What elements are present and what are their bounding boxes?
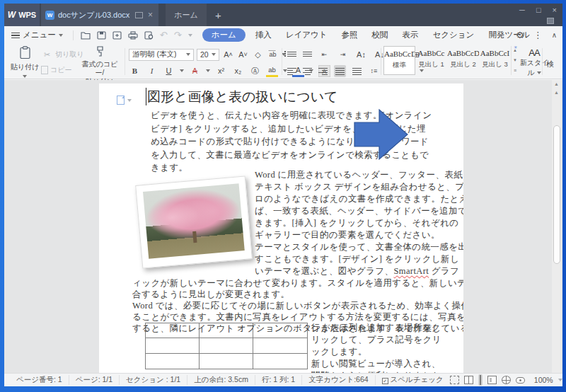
style-normal[interactable]: AaBbCcD 標準 bbox=[383, 46, 415, 75]
line-spacing-icon[interactable]: ↕≡ bbox=[368, 65, 380, 77]
status-page-number[interactable]: ページ番号: 1 bbox=[10, 375, 69, 385]
redo-icon[interactable]: ↷ bbox=[174, 30, 182, 40]
enclose-characters-icon[interactable]: Ⓐ bbox=[249, 65, 261, 77]
decrease-indent-icon[interactable]: ⇤ bbox=[318, 49, 330, 61]
underline-icon[interactable]: U bbox=[163, 65, 175, 77]
ribbon-tab-insert[interactable]: 挿入 bbox=[248, 28, 279, 42]
print-preview-icon[interactable] bbox=[144, 31, 154, 40]
zoom-dropdown-icon[interactable] bbox=[558, 379, 562, 381]
bold-icon[interactable]: B bbox=[129, 65, 141, 77]
two-page-view-icon[interactable] bbox=[464, 376, 473, 384]
save-icon[interactable] bbox=[97, 31, 106, 40]
ribbon-tab-home[interactable]: ホーム bbox=[202, 28, 246, 42]
ribbon-tab-references[interactable]: 参照 bbox=[335, 28, 365, 42]
print-layout-view-active[interactable] bbox=[478, 374, 483, 386]
outline-view-icon[interactable] bbox=[487, 376, 497, 384]
align-right-icon[interactable] bbox=[318, 67, 328, 75]
vertical-scrollbar[interactable]: ▲ ▲ bbox=[552, 80, 561, 373]
writer-doc-icon: W bbox=[45, 11, 54, 20]
subscript-icon[interactable]: x₂ bbox=[232, 65, 244, 77]
right-arrow-shape[interactable] bbox=[354, 109, 409, 160]
increase-indent-icon[interactable]: ⇥ bbox=[337, 49, 349, 61]
print-icon[interactable] bbox=[128, 31, 138, 40]
clear-format-eraser-icon[interactable]: ◇ bbox=[252, 49, 264, 61]
ribbon-tab-layout[interactable]: レイアウト bbox=[279, 28, 335, 42]
scroll-up-icon[interactable]: ▲ bbox=[552, 88, 561, 97]
ribbon-tab-review[interactable]: 校閲 bbox=[365, 28, 395, 42]
increase-font-icon[interactable]: A˄ bbox=[222, 49, 234, 61]
export-pdf-icon[interactable] bbox=[112, 31, 122, 40]
bullet-list-icon[interactable] bbox=[287, 51, 296, 58]
zoom-level[interactable]: 100% bbox=[534, 376, 553, 384]
style-heading2[interactable]: AaBbCcD 見出し 2 bbox=[447, 46, 479, 75]
wps-menu-button[interactable]: W WPS bbox=[4, 4, 40, 26]
status-char-count[interactable]: 文字カウント:664 bbox=[302, 375, 375, 385]
underline-dropdown-icon[interactable] bbox=[180, 69, 184, 72]
numbered-list-icon[interactable] bbox=[303, 51, 312, 58]
style-gallery-down-icon[interactable]: ▼ bbox=[513, 58, 517, 62]
copy-button[interactable]: コピー bbox=[50, 65, 71, 75]
decrease-font-icon[interactable]: A˅ bbox=[237, 49, 249, 61]
table-cell[interactable] bbox=[253, 354, 307, 369]
more-vertical-dots-icon[interactable]: ⋮ bbox=[533, 30, 543, 40]
font-size-combo[interactable]: 20 bbox=[197, 49, 219, 61]
scroll-top-icon[interactable]: ▲ bbox=[552, 80, 561, 88]
search-label-clipped[interactable]: 検 bbox=[546, 59, 554, 69]
ribbon: 貼り付け ✂ 切り取り コピー 書式のコピー/貼り付け 游明朝 (本文) 20 … bbox=[4, 44, 562, 79]
status-section[interactable]: セクション : 1/1 bbox=[120, 375, 187, 385]
table-cell[interactable] bbox=[253, 338, 307, 353]
font-name-combo[interactable]: 游明朝 (本文) bbox=[129, 49, 194, 61]
status-top-margin[interactable]: 上の余白: 3.5cm bbox=[187, 375, 255, 385]
cut-scissors-icon[interactable]: ✂ bbox=[41, 49, 53, 61]
settings-gear-icon[interactable]: ⚙ bbox=[516, 30, 524, 40]
copy-icon[interactable] bbox=[41, 66, 48, 74]
dock-layout-icon[interactable] bbox=[547, 18, 554, 24]
strikethrough-icon[interactable]: A bbox=[189, 65, 201, 77]
margin-icon-dropdown[interactable] bbox=[127, 99, 132, 102]
table-cell[interactable] bbox=[200, 354, 253, 369]
tab-close-icon[interactable]: × bbox=[146, 10, 154, 20]
paragraph-style-margin-icon[interactable] bbox=[117, 96, 125, 105]
table-cell[interactable] bbox=[146, 338, 200, 353]
justify-icon[interactable] bbox=[334, 65, 346, 77]
paste-button[interactable]: 貼り付け bbox=[10, 46, 40, 80]
style-heading1[interactable]: AaBbCc 見出し 1 bbox=[415, 46, 447, 75]
ribbon-tab-section[interactable]: セクション bbox=[426, 28, 482, 42]
minimize-button[interactable]: ─ bbox=[519, 6, 525, 14]
close-button[interactable]: × bbox=[553, 6, 557, 14]
web-view-icon[interactable] bbox=[502, 376, 511, 384]
fullscreen-view-icon[interactable] bbox=[450, 376, 459, 384]
status-spellcheck[interactable]: ✓スペルチェック bbox=[376, 375, 450, 385]
ribbon-tab-view[interactable]: 表示 bbox=[395, 28, 426, 42]
undo-icon[interactable]: ↶ bbox=[160, 30, 168, 40]
table-cell[interactable] bbox=[200, 338, 253, 353]
align-left-icon[interactable] bbox=[287, 67, 296, 75]
new-tab-button[interactable]: + bbox=[207, 4, 230, 26]
superscript-icon[interactable]: x² bbox=[215, 65, 227, 77]
collapse-ribbon-icon[interactable]: ∧ bbox=[552, 31, 557, 39]
maximize-button[interactable]: □ bbox=[536, 6, 541, 14]
style-gallery-expand-icon[interactable]: ≡ bbox=[514, 68, 516, 73]
highlight-color-icon[interactable]: ab bbox=[266, 65, 278, 77]
cherry-blossom-photo[interactable] bbox=[135, 175, 253, 268]
scrollbar-thumb[interactable] bbox=[553, 125, 560, 264]
status-line-column[interactable]: 行: 1 列: 1 bbox=[255, 375, 302, 385]
home-start-tab[interactable]: ホーム bbox=[166, 4, 207, 26]
distribute-text-icon[interactable] bbox=[352, 67, 362, 75]
more-actions-chevron-icon[interactable] bbox=[188, 34, 192, 37]
eye-protect-icon[interactable] bbox=[516, 377, 525, 384]
style-heading3[interactable]: AaBbCcI 見出し 3 bbox=[479, 46, 511, 75]
open-file-icon[interactable] bbox=[81, 31, 91, 40]
table-cell[interactable] bbox=[146, 354, 200, 369]
tab-preview-icon[interactable] bbox=[135, 12, 143, 18]
document-page[interactable]: 図形と画像と表の扱いについて ビデオを使うと、伝えたい内容を明確に表現できます。… bbox=[99, 83, 463, 373]
align-center-icon[interactable] bbox=[303, 67, 312, 75]
status-page[interactable]: ページ: 1/1 bbox=[69, 375, 120, 385]
text-direction-icon[interactable]: A↕ bbox=[355, 49, 367, 61]
italic-icon[interactable]: I bbox=[146, 65, 158, 77]
strikethrough-dropdown-icon[interactable] bbox=[206, 69, 210, 72]
main-menu-button[interactable]: メニュー bbox=[4, 30, 69, 40]
paste-dropdown-icon[interactable] bbox=[23, 75, 27, 78]
document-tab[interactable]: W docサンプル03.docx × bbox=[41, 4, 158, 26]
phonetic-guide-icon[interactable]: ab bbox=[267, 49, 279, 61]
